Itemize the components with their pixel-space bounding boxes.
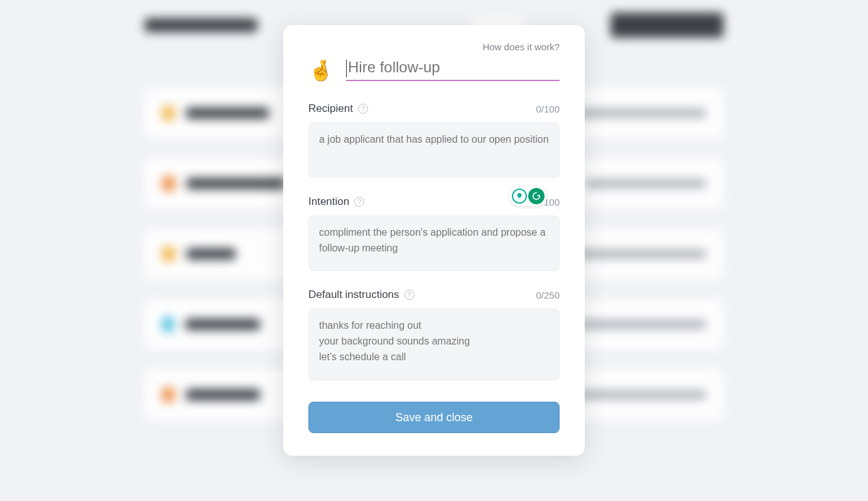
instructions-field: Default instructions ? 0/250 [308,289,560,383]
instructions-input[interactable] [308,309,560,380]
title-row: 🤞 [308,58,560,81]
recipient-label: Recipient [308,102,353,115]
save-and-close-button[interactable]: Save and close [308,402,560,433]
recipient-counter: 0/100 [536,104,560,114]
grammarly-logo-icon[interactable] [528,188,545,204]
template-emoji-icon[interactable]: 🤞 [308,60,334,80]
text-caret [346,60,347,77]
instructions-label: Default instructions [308,289,399,301]
intention-input[interactable] [308,216,560,271]
recipient-field: Recipient ? 0/100 [308,102,560,180]
instructions-counter: 0/250 [536,290,560,300]
help-icon[interactable]: ? [404,290,415,300]
help-icon[interactable]: ? [354,197,364,207]
recipient-input[interactable] [308,123,560,178]
template-title-input[interactable] [346,58,560,76]
suggestion-bulb-icon[interactable] [512,189,527,204]
help-icon[interactable]: ? [358,104,368,114]
intention-field: Intention ? 0/100 [308,195,560,273]
intention-label: Intention [308,195,349,208]
template-editor-modal: How does it work? 🤞 Recipient ? 0/100 In… [283,25,585,456]
how-it-works-link[interactable]: How does it work? [308,41,560,52]
grammarly-widget[interactable] [509,186,547,206]
